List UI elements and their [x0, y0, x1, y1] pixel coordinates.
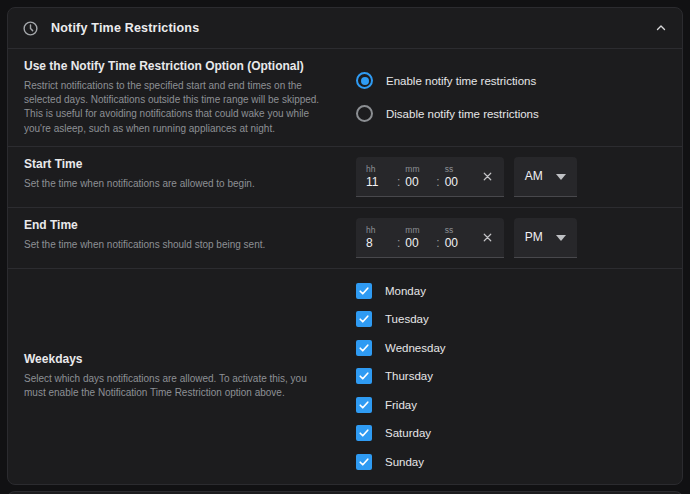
checkbox-saturday[interactable]: Saturday — [356, 425, 666, 441]
checkbox-label: Friday — [385, 399, 417, 411]
end-time-description: Set the time when notifications should s… — [24, 238, 320, 252]
checkbox-checked-icon[interactable] — [356, 283, 372, 299]
radio-unselected-icon[interactable] — [356, 105, 373, 122]
checkbox-tuesday[interactable]: Tuesday — [356, 311, 666, 327]
start-time-title: Start Time — [24, 157, 320, 171]
start-hh-input[interactable]: 11 — [366, 176, 392, 188]
end-mm-input[interactable]: 00 — [405, 237, 431, 249]
radio-enable-restrictions[interactable]: Enable notify time restrictions — [356, 72, 666, 89]
mm-label: mm — [405, 226, 431, 235]
clock-icon — [22, 20, 39, 37]
end-meridiem-select[interactable]: PM — [514, 218, 577, 258]
row-start-time: Start Time Set the time when notificatio… — [8, 146, 682, 207]
time-separator: : — [436, 175, 439, 192]
panel-header[interactable]: Notify Time Restrictions — [8, 8, 682, 48]
notify-time-restrictions-panel: Notify Time Restrictions Use the Notify … — [7, 7, 683, 485]
weekdays-text: Weekdays Select which days notifications… — [24, 352, 342, 400]
checkbox-label: Tuesday — [385, 313, 429, 325]
checkbox-label: Saturday — [385, 427, 431, 439]
use-option-title: Use the Notify Time Restriction Option (… — [24, 59, 320, 73]
chevron-up-icon[interactable] — [654, 21, 668, 35]
checkbox-monday[interactable]: Monday — [356, 283, 666, 299]
start-time-text: Start Time Set the time when notificatio… — [24, 157, 342, 197]
checkbox-checked-icon[interactable] — [356, 368, 372, 384]
time-separator: : — [397, 175, 400, 192]
mm-label: mm — [405, 165, 431, 174]
time-separator: : — [436, 236, 439, 253]
weekdays-title: Weekdays — [24, 352, 320, 366]
checkbox-checked-icon[interactable] — [356, 340, 372, 356]
notify-restriction-radio-group: Enable notify time restrictions Disable … — [356, 66, 666, 128]
use-option-description: Restrict notifications to the specified … — [24, 79, 320, 136]
clear-icon[interactable] — [481, 231, 494, 244]
caret-down-icon — [556, 169, 566, 183]
end-meridiem-value: PM — [525, 230, 543, 244]
start-time-control: hh 11 : mm 00 : ss 00 — [356, 157, 666, 197]
checkbox-friday[interactable]: Friday — [356, 397, 666, 413]
radio-enable-label: Enable notify time restrictions — [386, 75, 536, 87]
checkbox-wednesday[interactable]: Wednesday — [356, 340, 666, 356]
end-hh-input[interactable]: 8 — [366, 237, 392, 249]
start-ss-input[interactable]: 00 — [445, 176, 471, 188]
checkbox-checked-icon[interactable] — [356, 454, 372, 470]
radio-selected-icon[interactable] — [356, 72, 373, 89]
checkbox-label: Thursday — [385, 370, 433, 382]
row-weekdays: Weekdays Select which days notifications… — [8, 268, 682, 484]
checkbox-checked-icon[interactable] — [356, 311, 372, 327]
clear-icon[interactable] — [481, 170, 494, 183]
time-separator: : — [397, 236, 400, 253]
checkbox-label: Sunday — [385, 456, 424, 468]
checkbox-thursday[interactable]: Thursday — [356, 368, 666, 384]
radio-disable-label: Disable notify time restrictions — [386, 108, 539, 120]
row-use-option: Use the Notify Time Restriction Option (… — [8, 48, 682, 146]
end-time-control: hh 8 : mm 00 : ss 00 — [356, 218, 666, 258]
start-time-field[interactable]: hh 11 : mm 00 : ss 00 — [356, 157, 504, 197]
row-end-time: End Time Set the time when notifications… — [8, 207, 682, 268]
checkbox-sunday[interactable]: Sunday — [356, 454, 666, 470]
start-meridiem-select[interactable]: AM — [514, 157, 577, 197]
checkbox-label: Monday — [385, 285, 426, 297]
start-time-description: Set the time when notifications are allo… — [24, 177, 320, 191]
end-time-field[interactable]: hh 8 : mm 00 : ss 00 — [356, 218, 504, 258]
end-ss-input[interactable]: 00 — [445, 237, 471, 249]
weekdays-description: Select which days notifications are allo… — [24, 372, 320, 400]
checkbox-label: Wednesday — [385, 342, 446, 354]
ss-label: ss — [445, 226, 471, 235]
panel-title: Notify Time Restrictions — [51, 21, 642, 35]
ss-label: ss — [445, 165, 471, 174]
caret-down-icon — [556, 230, 566, 244]
end-time-title: End Time — [24, 218, 320, 232]
checkbox-checked-icon[interactable] — [356, 425, 372, 441]
radio-disable-restrictions[interactable]: Disable notify time restrictions — [356, 105, 666, 122]
hh-label: hh — [366, 165, 392, 174]
weekday-checkbox-list: Monday Tuesday Wednesday Thursday Friday — [356, 279, 666, 474]
checkbox-checked-icon[interactable] — [356, 397, 372, 413]
use-option-text: Use the Notify Time Restriction Option (… — [24, 59, 342, 136]
start-meridiem-value: AM — [525, 169, 543, 183]
hh-label: hh — [366, 226, 392, 235]
end-time-text: End Time Set the time when notifications… — [24, 218, 342, 258]
start-mm-input[interactable]: 00 — [405, 176, 431, 188]
